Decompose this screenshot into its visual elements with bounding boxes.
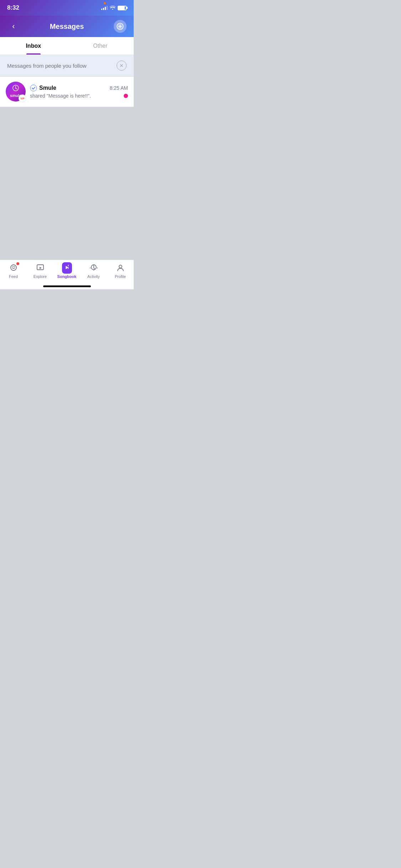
wifi-icon bbox=[110, 5, 115, 11]
feed-icon bbox=[9, 263, 19, 273]
svg-point-2 bbox=[30, 85, 37, 91]
tab-other[interactable]: Other bbox=[67, 37, 134, 55]
avatar-container: smule VIP bbox=[6, 82, 26, 102]
dismiss-banner-button[interactable]: ✕ bbox=[117, 61, 127, 71]
new-message-button[interactable] bbox=[114, 20, 127, 33]
nav-item-profile[interactable]: Profile bbox=[107, 263, 134, 279]
nav-item-explore[interactable]: Explore bbox=[27, 263, 53, 279]
info-banner: Messages from people you follow ✕ bbox=[0, 55, 134, 77]
empty-content bbox=[0, 107, 134, 260]
message-content: Smule 8:25 AM shared "Message is here!!"… bbox=[30, 84, 128, 99]
messages-header: ‹ Messages bbox=[0, 16, 134, 37]
activity-icon bbox=[89, 263, 99, 273]
message-header-row: Smule 8:25 AM bbox=[30, 84, 128, 92]
battery-icon bbox=[118, 6, 127, 10]
close-icon: ✕ bbox=[119, 63, 124, 68]
info-banner-text: Messages from people you follow bbox=[7, 63, 87, 69]
nav-label-explore: Explore bbox=[34, 274, 47, 279]
vip-badge: VIP bbox=[19, 94, 26, 102]
svg-point-6 bbox=[119, 265, 122, 268]
status-time: 8:32 bbox=[7, 4, 19, 11]
svg-point-3 bbox=[11, 265, 16, 270]
nav-item-songbook[interactable]: Songbook bbox=[53, 263, 80, 279]
sender-name: Smule bbox=[39, 85, 56, 91]
nav-label-feed: Feed bbox=[9, 274, 18, 279]
home-indicator bbox=[43, 285, 91, 287]
status-bar: 8:32 bbox=[0, 0, 134, 16]
feed-notification-dot bbox=[16, 262, 19, 265]
sender-row: Smule bbox=[30, 84, 56, 92]
page-title: Messages bbox=[50, 22, 84, 31]
message-time: 8:25 AM bbox=[110, 85, 128, 91]
nav-label-songbook: Songbook bbox=[57, 274, 77, 279]
compose-icon bbox=[117, 23, 124, 30]
bottom-nav: Feed Explore Songbook bbox=[0, 260, 134, 289]
nav-label-profile: Profile bbox=[115, 274, 126, 279]
nav-item-feed[interactable]: Feed bbox=[0, 263, 27, 279]
message-preview: shared "Message is here!!". bbox=[30, 93, 91, 99]
unread-dot bbox=[124, 94, 128, 98]
status-icons bbox=[101, 5, 127, 11]
nav-label-activity: Activity bbox=[87, 274, 100, 279]
signal-icon bbox=[101, 6, 108, 10]
back-arrow-icon: ‹ bbox=[12, 22, 15, 31]
verified-icon bbox=[30, 84, 37, 92]
back-button[interactable]: ‹ bbox=[7, 20, 20, 33]
profile-icon bbox=[115, 263, 125, 273]
message-preview-row: shared "Message is here!!". bbox=[30, 93, 128, 99]
message-tabs: Inbox Other bbox=[0, 37, 134, 55]
smule-logo-icon bbox=[12, 85, 19, 93]
notification-dot bbox=[104, 2, 106, 4]
nav-item-activity[interactable]: Activity bbox=[80, 263, 107, 279]
tab-inbox[interactable]: Inbox bbox=[0, 37, 67, 55]
explore-icon bbox=[35, 263, 45, 273]
svg-marker-5 bbox=[40, 267, 42, 269]
message-item[interactable]: smule VIP Smule 8:25 AM shared "Message … bbox=[0, 77, 134, 107]
message-list: smule VIP Smule 8:25 AM shared "Message … bbox=[0, 77, 134, 107]
songbook-icon bbox=[62, 263, 72, 273]
